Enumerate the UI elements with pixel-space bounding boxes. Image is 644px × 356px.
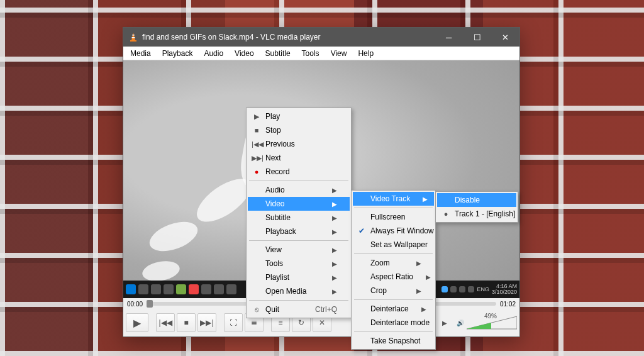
menu-playback[interactable]: Playback xyxy=(157,48,199,59)
ctx-label: Tools xyxy=(265,259,283,268)
ctx-label: Play xyxy=(265,112,280,121)
vid-take-snapshot[interactable]: Take Snapshot xyxy=(353,334,434,348)
submenu-arrow-icon: ▶ xyxy=(409,306,426,313)
menu-video[interactable]: Video xyxy=(229,48,259,59)
play-button[interactable]: ▶ xyxy=(126,313,148,332)
fullscreen-button[interactable]: ⛶ xyxy=(224,313,243,332)
ctx-tools[interactable]: Tools▶ xyxy=(248,257,350,270)
submenu-arrow-icon: ▶ xyxy=(319,274,337,281)
vid-deinterlace-mode[interactable]: Deinterlace mode▶ xyxy=(353,316,434,330)
ctx-label: Record xyxy=(265,167,290,176)
vid-separator xyxy=(354,208,433,208)
trk-track-1-english-[interactable]: ●Track 1 - [English] xyxy=(437,207,516,221)
ctx-open-media[interactable]: Open Media▶ xyxy=(248,284,350,298)
vid-crop[interactable]: Crop▶ xyxy=(353,284,434,298)
vid-label: Always Fit Window xyxy=(370,226,434,235)
minimize-button[interactable]: ─ xyxy=(435,28,463,47)
vid-label: Zoom xyxy=(370,259,390,267)
trk-label: Track 1 - [English] xyxy=(455,209,515,218)
context-menu[interactable]: ▶Play■Stop|◀◀Previous▶▶|Next●RecordAudio… xyxy=(246,108,352,318)
menu-tools[interactable]: Tools xyxy=(296,48,325,59)
svg-rect-1 xyxy=(130,40,136,42)
vid-deinterlace[interactable]: Deinterlace▶ xyxy=(353,302,434,316)
ctx-label: Open Media xyxy=(265,287,306,296)
vid-label: Fullscreen xyxy=(370,213,405,221)
time-elapsed: 00:00 xyxy=(127,301,143,308)
ctx-view[interactable]: View▶ xyxy=(248,243,350,257)
window-title: find and send GIFs on Slack.mp4 - VLC me… xyxy=(142,33,435,42)
ctx-label: Previous xyxy=(265,140,295,148)
next-button[interactable]: ▶▶| xyxy=(197,313,216,332)
ctx-separator xyxy=(249,181,348,181)
vid-label: Set as Wallpaper xyxy=(370,240,428,249)
vid-fullscreen[interactable]: Fullscreen xyxy=(353,210,434,224)
menu-help[interactable]: Help xyxy=(352,48,379,59)
ctx-label: Playlist xyxy=(265,273,289,282)
menu-view[interactable]: View xyxy=(325,48,353,59)
vid-aspect-ratio[interactable]: Aspect Ratio▶ xyxy=(353,270,434,284)
vid-video-track[interactable]: Video Track▶ xyxy=(353,192,434,206)
submenu-arrow-icon: ▶ xyxy=(319,288,337,295)
menu-media[interactable]: Media xyxy=(125,48,157,59)
maximize-button[interactable]: ☐ xyxy=(463,28,491,47)
trk-disable[interactable]: Disable xyxy=(437,193,516,207)
svg-rect-3 xyxy=(132,37,135,38)
submenu-arrow-icon: ▶ xyxy=(319,187,337,194)
shortcut-label: Ctrl+Q xyxy=(296,305,337,314)
ctx-quit[interactable]: ⎋QuitCtrl+Q xyxy=(248,303,350,316)
submenu-arrow-icon: ▶ xyxy=(319,214,337,221)
vid-label: Take Snapshot xyxy=(370,337,420,345)
ctx-playback[interactable]: Playback▶ xyxy=(248,225,350,238)
ctx-label: View xyxy=(265,245,282,254)
vid-separator xyxy=(354,299,433,300)
volume-slider[interactable]: 49% xyxy=(467,315,517,330)
submenu-arrow-icon: ▶ xyxy=(404,287,421,294)
speaker-icon[interactable]: 🔊 xyxy=(457,320,464,326)
video-submenu[interactable]: Video Track▶Fullscreen✔Always Fit Window… xyxy=(351,190,436,350)
menu-audio[interactable]: Audio xyxy=(198,48,229,59)
ctx-subtitle[interactable]: Subtitle▶ xyxy=(248,211,350,225)
submenu-arrow-icon: ▶ xyxy=(319,247,337,253)
menu-subtitle[interactable]: Subtitle xyxy=(260,48,296,59)
ctx-label: Quit xyxy=(265,305,279,314)
ctx-previous[interactable]: |◀◀Previous xyxy=(248,137,350,151)
svg-rect-2 xyxy=(132,35,135,36)
ctx-label: Subtitle xyxy=(265,213,291,222)
submenu-arrow-icon: ▶ xyxy=(430,320,447,326)
titlebar[interactable]: find and send GIFs on Slack.mp4 - VLC me… xyxy=(123,28,519,47)
ctx-label: Video xyxy=(265,199,284,208)
vid-always-fit-window[interactable]: ✔Always Fit Window xyxy=(353,224,434,238)
radio-icon: ● xyxy=(441,210,451,218)
prev-button[interactable]: |◀◀ xyxy=(156,313,175,332)
next-icon: ▶▶| xyxy=(252,154,262,162)
trk-label: Disable xyxy=(455,196,480,204)
vid-zoom[interactable]: Zoom▶ xyxy=(353,256,434,270)
ctx-next[interactable]: ▶▶|Next xyxy=(248,151,350,165)
play-icon: ▶ xyxy=(252,113,262,121)
close-button[interactable]: ✕ xyxy=(491,28,519,47)
ctx-play[interactable]: ▶Play xyxy=(248,109,350,123)
ctx-audio[interactable]: Audio▶ xyxy=(248,183,350,197)
ctx-playlist[interactable]: Playlist▶ xyxy=(248,270,350,284)
stop-button[interactable]: ■ xyxy=(177,313,196,332)
ctx-stop[interactable]: ■Stop xyxy=(248,123,350,137)
ctx-label: Next xyxy=(265,153,281,162)
vid-label: Video Track xyxy=(370,194,410,203)
time-total: 01:02 xyxy=(500,301,516,308)
ctx-record[interactable]: ●Record xyxy=(248,165,350,179)
quit-icon: ⎋ xyxy=(252,306,262,313)
vid-set-as-wallpaper[interactable]: Set as Wallpaper xyxy=(353,238,434,252)
check-icon: ✔ xyxy=(357,226,367,235)
submenu-arrow-icon: ▶ xyxy=(319,201,337,208)
seek-thumb[interactable] xyxy=(147,300,153,308)
ctx-video[interactable]: Video▶ xyxy=(248,197,350,211)
vid-label: Deinterlace mode xyxy=(370,318,430,327)
submenu-arrow-icon: ▶ xyxy=(413,274,431,281)
prev-icon: |◀◀ xyxy=(252,140,262,148)
taskbar-date: 3/10/2020 xyxy=(492,289,517,295)
video-track-submenu[interactable]: Disable●Track 1 - [English] xyxy=(435,191,518,223)
stop-icon: ■ xyxy=(252,126,262,134)
svg-marker-0 xyxy=(131,33,135,40)
rec-icon: ● xyxy=(252,168,262,175)
taskbar-lang: ENG xyxy=(477,286,489,292)
